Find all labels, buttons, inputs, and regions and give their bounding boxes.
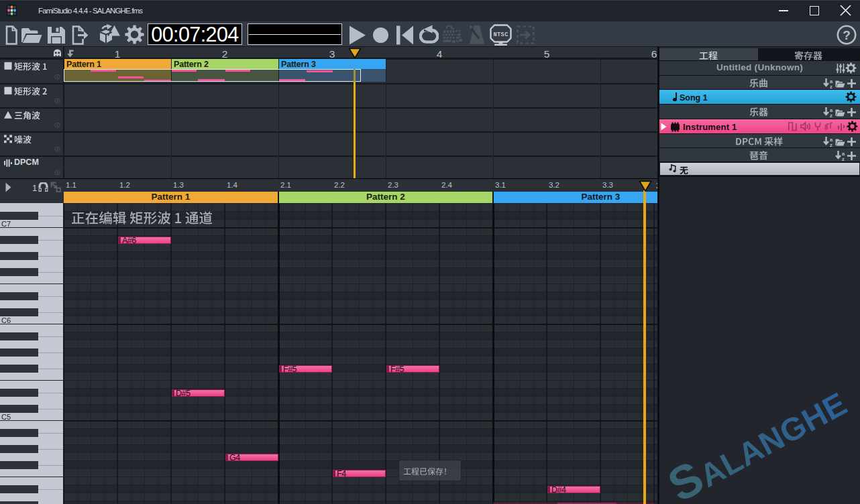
svg-text:?: ?: [843, 28, 851, 42]
svg-text:z: z: [830, 113, 832, 118]
svg-text:z: z: [830, 142, 832, 147]
svg-text:z: z: [842, 156, 845, 162]
svg-text:NTSC: NTSC: [493, 32, 508, 38]
svg-text:z: z: [830, 84, 832, 89]
